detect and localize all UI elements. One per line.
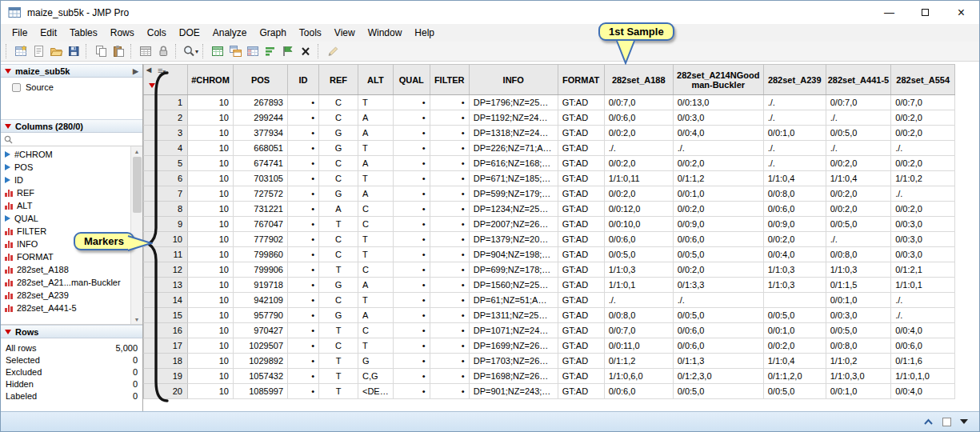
source-script-item[interactable]: Source: [1, 78, 142, 92]
grid-cell[interactable]: 0/0:5,0: [673, 384, 763, 399]
column-header-ref[interactable]: REF: [319, 65, 358, 95]
grid-cell[interactable]: GT:AD: [558, 156, 604, 171]
grid-cell[interactable]: 10: [188, 202, 234, 217]
grid-cell[interactable]: 0/0:1,0: [673, 186, 763, 202]
columns-list-item[interactable]: #CHROM: [1, 148, 130, 161]
clear-formula-button[interactable]: [297, 42, 314, 60]
sort-button[interactable]: [262, 42, 279, 60]
grid-cell[interactable]: 0/0:2,0: [891, 156, 955, 171]
zoom-button[interactable]: ▾: [182, 42, 199, 60]
rows-corner-red-triangle-menu[interactable]: [149, 83, 155, 88]
grid-cell[interactable]: 1/1:0,4: [826, 171, 890, 186]
grid-cell[interactable]: 0/0:6,0: [673, 232, 763, 247]
grid-cell[interactable]: 0/1:2,1: [891, 262, 955, 278]
row-number[interactable]: 9: [144, 217, 188, 232]
grid-cell[interactable]: 0/0:5,0: [673, 247, 763, 262]
grid-cell[interactable]: 267893: [234, 95, 288, 110]
grid-cell[interactable]: 0/0:2,0: [673, 262, 763, 278]
column-header-282set-a188[interactable]: 282set_A188: [604, 65, 673, 95]
grid-cell[interactable]: G: [319, 126, 358, 141]
grid-cell[interactable]: ./.: [673, 141, 763, 156]
lock-button[interactable]: [154, 42, 172, 60]
columns-list-item[interactable]: QUAL: [1, 212, 130, 225]
grid-cell[interactable]: •: [430, 110, 469, 126]
grid-cell[interactable]: 0/0:5,0: [604, 247, 673, 262]
grid-cell[interactable]: •: [393, 323, 430, 338]
row-number[interactable]: 7: [144, 186, 188, 202]
maximize-button[interactable]: [907, 1, 943, 24]
grid-cell[interactable]: 0/0:6,0: [604, 110, 673, 126]
grid-cell[interactable]: 0/0:2,0: [673, 202, 763, 217]
grid-cell[interactable]: 731221: [234, 202, 288, 217]
grid-cell[interactable]: GT:AD: [558, 232, 604, 247]
grid-cell[interactable]: DP=1699;NZ=26…: [469, 338, 558, 354]
data-table-button[interactable]: [137, 42, 154, 60]
grid-cell[interactable]: ./.: [763, 110, 826, 126]
grid-cell[interactable]: T: [358, 247, 394, 262]
grid-cell[interactable]: GT:AD: [558, 171, 604, 186]
grid-cell[interactable]: C: [319, 156, 358, 171]
grid-cell[interactable]: •: [393, 171, 430, 186]
grid-cell[interactable]: ./.: [826, 232, 890, 247]
grid-cell[interactable]: DP=1560;NZ=25…: [469, 278, 558, 293]
grid-cell[interactable]: GT:AD: [558, 262, 604, 278]
grid-cell[interactable]: 0/0:1,0: [763, 126, 826, 141]
grid-cell[interactable]: •: [393, 293, 430, 308]
grid-cell[interactable]: 970427: [234, 323, 288, 338]
grid-cell[interactable]: 0/0:2,0: [826, 186, 890, 202]
grid-cell[interactable]: 0/0:6,0: [763, 202, 826, 217]
grid-cell[interactable]: G: [319, 141, 358, 156]
grid-cell[interactable]: •: [288, 262, 319, 278]
grid-cell[interactable]: GT:AD: [558, 202, 604, 217]
grid-cell[interactable]: 1/1:0,4: [763, 171, 826, 186]
grid-cell[interactable]: C: [358, 202, 394, 217]
grid-cell[interactable]: DP=699;NZ=178;…: [469, 262, 558, 278]
grid-cell[interactable]: C: [319, 171, 358, 186]
column-header-pos[interactable]: POS: [234, 65, 288, 95]
grid-cell[interactable]: •: [430, 217, 469, 232]
grid-cell[interactable]: T: [358, 293, 394, 308]
grid-cell[interactable]: 0/0:6,0: [673, 338, 763, 354]
grid-cell[interactable]: 1/1:0,3,0: [826, 369, 890, 384]
grid-cell[interactable]: 10: [188, 186, 234, 202]
grid-cell[interactable]: •: [430, 369, 469, 384]
column-header--chrom[interactable]: #CHROM: [188, 65, 234, 95]
row-number[interactable]: 17: [144, 338, 188, 354]
grid-cell[interactable]: 10: [188, 308, 234, 323]
grid-cell[interactable]: 1/1:0,6,0: [604, 369, 673, 384]
open-button[interactable]: [47, 42, 65, 60]
grid-cell[interactable]: A: [358, 278, 394, 293]
grid-cell[interactable]: ./.: [891, 308, 955, 323]
grid-cell[interactable]: •: [393, 141, 430, 156]
grid-cell[interactable]: 0/0:2,0: [763, 338, 826, 354]
grid-cell[interactable]: 0/0:6,0: [604, 384, 673, 399]
grid-cell[interactable]: •: [393, 278, 430, 293]
grid-cell[interactable]: 1/1:0,1: [604, 278, 673, 293]
column-header-info[interactable]: INFO: [469, 65, 558, 95]
row-number[interactable]: 1: [144, 95, 188, 110]
menu-view[interactable]: View: [328, 25, 362, 41]
grid-cell[interactable]: 10: [188, 141, 234, 156]
grid-cell[interactable]: C,G: [358, 369, 394, 384]
grid-cell[interactable]: •: [430, 247, 469, 262]
grid-cell[interactable]: 1029892: [234, 354, 288, 369]
grid-cell[interactable]: 0/1:3,3: [673, 278, 763, 293]
grid-cell[interactable]: 0/0:9,0: [673, 217, 763, 232]
row-number[interactable]: 11: [144, 247, 188, 262]
grid-cell[interactable]: 1/1:0,11: [604, 171, 673, 186]
grid-cell[interactable]: 0/0:3,0: [891, 217, 955, 232]
grid-cell[interactable]: 0/0:3,0: [826, 308, 890, 323]
row-number[interactable]: 13: [144, 278, 188, 293]
grid-cell[interactable]: C: [319, 247, 358, 262]
grid-cell[interactable]: 10: [188, 126, 234, 141]
rows-red-triangle-menu[interactable]: [5, 330, 11, 334]
row-number[interactable]: 10: [144, 232, 188, 247]
grid-cell[interactable]: 0/0:9,0: [763, 217, 826, 232]
copy-button[interactable]: [92, 42, 110, 60]
grid-cell[interactable]: T: [358, 95, 394, 110]
grid-cell[interactable]: G: [319, 308, 358, 323]
grid-cell[interactable]: •: [288, 217, 319, 232]
menu-file[interactable]: File: [6, 25, 34, 41]
columns-red-triangle-menu[interactable]: [5, 124, 11, 129]
grid-cell[interactable]: 10: [188, 293, 234, 308]
